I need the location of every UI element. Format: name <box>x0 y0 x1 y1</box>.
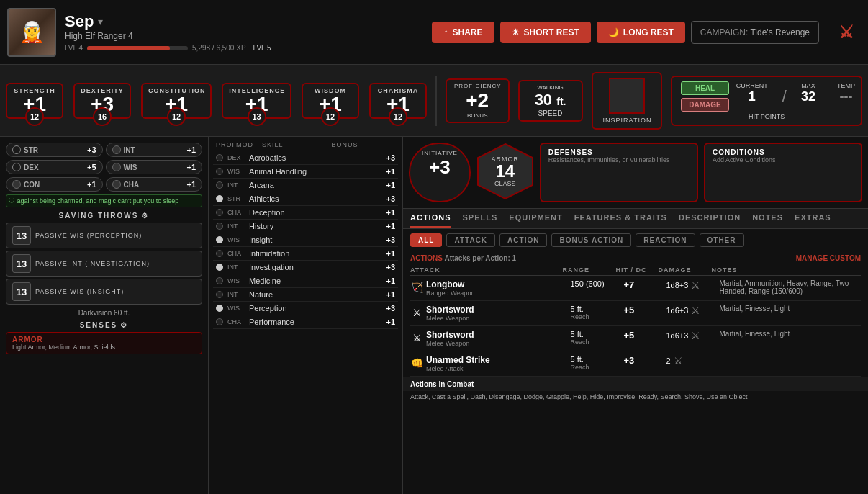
perception-val: 13 <box>12 226 31 245</box>
conditions-add[interactable]: Add Active Conditions <box>713 156 854 163</box>
sub-tab-other[interactable]: OTHER <box>700 233 744 247</box>
conditions-block[interactable]: CONDITIONS Add Active Conditions <box>704 143 862 202</box>
action-tab-description[interactable]: DESCRIPTION <box>679 213 741 228</box>
combat-actions-text: Attack, Cast a Spell, Dash, Disengage, D… <box>403 391 868 403</box>
constitution-block[interactable]: CONSTITUTION +1 12 <box>141 83 212 119</box>
insight-label: PASSIVE WIS (INSIGHT) <box>35 288 124 295</box>
save-con[interactable]: CON +1 <box>6 177 103 192</box>
actions-in-combat: Actions in Combat <box>403 377 868 391</box>
skill-row[interactable]: INT Nature +1 <box>213 288 398 302</box>
skill-attr: INT <box>227 181 245 189</box>
inspiration-block[interactable]: INSPIRATION <box>592 72 663 130</box>
skill-row[interactable]: WIS Perception +3 <box>213 302 398 315</box>
max-hp: 32 <box>801 89 815 104</box>
strength-block[interactable]: STRENGTH +1 12 <box>6 83 63 119</box>
armor-desc: Light Armor, Medium Armor, Shields <box>12 343 196 351</box>
skill-row[interactable]: WIS Insight +3 <box>213 233 398 247</box>
hp-slash: / <box>782 87 787 106</box>
skill-prof-dot <box>216 250 223 257</box>
skills-list: DEX Acrobatics +3 WIS Animal Handling +1… <box>213 151 398 329</box>
sub-tab-bonus-action[interactable]: BONUS ACTION <box>551 233 631 247</box>
sub-tab-action[interactable]: ACTION <box>499 233 547 247</box>
skill-name: Insight <box>249 235 374 244</box>
xp-text: 5,298 / 6,500 XP <box>192 44 246 52</box>
skill-row[interactable]: CHA Deception +1 <box>213 206 398 220</box>
senses-gear-icon[interactable]: ⚙ <box>120 321 128 329</box>
dexterity-block[interactable]: DEXTERITY +3 16 <box>73 83 131 119</box>
save-str[interactable]: STR +3 <box>6 143 103 157</box>
skill-name: Acrobatics <box>249 153 374 162</box>
senses-title: SENSES ⚙ <box>6 321 202 329</box>
save-cha[interactable]: CHA +1 <box>106 177 203 192</box>
skill-name: Perception <box>249 304 374 313</box>
char-info: Sep ▾ High Elf Ranger 4 LVL 4 5,298 / 6,… <box>65 12 432 52</box>
intelligence-block[interactable]: INTELLIGENCE +1 13 <box>222 83 291 119</box>
skill-row[interactable]: WIS Animal Handling +1 <box>213 165 398 179</box>
action-tab-features---traits[interactable]: FEATURES & TRAITS <box>574 213 667 228</box>
skill-bonus: +1 <box>378 167 395 176</box>
damage-button[interactable]: DAMAGE <box>681 98 728 112</box>
str-score: 12 <box>25 107 44 126</box>
long-rest-button[interactable]: 🌙 LONG REST <box>597 22 685 43</box>
dex-score: 16 <box>93 107 112 126</box>
skills-header: PROF MOD SKILL BONUS <box>213 141 398 148</box>
save-int-val: +1 <box>186 145 196 154</box>
action-tab-actions[interactable]: ACTIONS <box>410 213 451 228</box>
share-button[interactable]: ↑ SHARE <box>432 22 494 43</box>
cha-score: 12 <box>389 107 407 126</box>
save-wis[interactable]: WIS +1 <box>106 160 203 174</box>
save-int[interactable]: INT +1 <box>106 143 203 157</box>
col-range-header: RANGE <box>563 266 613 274</box>
skill-row[interactable]: INT Investigation +3 <box>213 261 398 274</box>
weapon-row-0[interactable]: 🏹 Longbow Ranged Weapon 150 (600) +7 1d8… <box>410 276 861 301</box>
weapons-list: 🏹 Longbow Ranged Weapon 150 (600) +7 1d8… <box>410 276 861 377</box>
lvl-label: LVL 4 <box>65 44 83 52</box>
skill-row[interactable]: CHA Performance +1 <box>213 315 398 329</box>
heal-button[interactable]: HEAL <box>681 81 728 95</box>
skill-prof-dot <box>216 318 223 325</box>
action-tab-spells[interactable]: SPELLS <box>463 213 498 228</box>
actions-panel: ACTIONSSPELLSEQUIPMENTFEATURES & TRAITSD… <box>403 209 868 494</box>
investigation-label: PASSIVE INT (INVESTIGATION) <box>35 260 150 267</box>
weapon-sub: Ranged Weapon <box>426 289 568 297</box>
skill-attr: INT <box>227 291 245 298</box>
action-tab-notes[interactable]: NOTES <box>752 213 783 228</box>
skill-prof-dot <box>216 168 223 175</box>
skill-row[interactable]: CHA Intimidation +1 <box>213 247 398 261</box>
weapon-row-1[interactable]: ⚔ Shortsword Melee Weapon 5 ft. Reach +5… <box>410 301 861 326</box>
skill-row[interactable]: INT History +1 <box>213 220 398 233</box>
passive-investigation: 13 PASSIVE INT (INVESTIGATION) <box>6 251 202 277</box>
inspiration-box[interactable] <box>609 78 645 114</box>
action-tab-extras[interactable]: EXTRAS <box>795 213 831 228</box>
save-dex[interactable]: DEX +5 <box>6 160 103 174</box>
gear-icon[interactable]: ⚙ <box>141 212 149 220</box>
passive-perception: 13 PASSIVE WIS (PERCEPTION) <box>6 223 202 248</box>
skill-row[interactable]: INT Arcana +1 <box>213 179 398 192</box>
weapon-row-3[interactable]: 👊 Unarmed Strike Melee Attack 5 ft. Reac… <box>410 351 861 377</box>
sub-tab-reaction[interactable]: REACTION <box>636 233 695 247</box>
action-tab-equipment[interactable]: EQUIPMENT <box>509 213 562 228</box>
save-str-label: STR <box>24 146 38 154</box>
skill-row[interactable]: WIS Medicine +1 <box>213 274 398 288</box>
wisdom-block[interactable]: WISDOM +1 12 <box>302 83 359 119</box>
charisma-block[interactable]: CHARISMA +1 12 <box>369 83 427 119</box>
col-notes-header: NOTES <box>712 266 862 274</box>
skill-row[interactable]: STR Athletics +3 <box>213 192 398 206</box>
weapon-row-2[interactable]: ⚔ Shortsword Melee Weapon 5 ft. Reach +5… <box>410 326 861 351</box>
col-hit-header: HIT / DC <box>616 266 656 274</box>
attacks-per-action: Attacks per Action: 1 <box>444 254 516 262</box>
sub-tab-attack[interactable]: ATTACK <box>446 233 495 247</box>
perception-label: PASSIVE WIS (PERCEPTION) <box>35 232 142 239</box>
header: 🧝 Sep ▾ High Elf Ranger 4 LVL 4 5,298 / … <box>0 0 868 65</box>
skill-name: Intimidation <box>249 249 374 258</box>
campaign-button[interactable]: CAMPAIGN: Tide's Revenge <box>691 21 819 44</box>
skill-row[interactable]: DEX Acrobatics +3 <box>213 151 398 165</box>
sub-tab-all[interactable]: ALL <box>410 233 442 247</box>
manage-custom-button[interactable]: MANAGE CUSTOM <box>796 254 861 262</box>
investigation-val: 13 <box>12 254 31 273</box>
skill-prof-dot <box>216 195 223 202</box>
main-layout: STR +3 INT +1 DEX +5 WIS +1 <box>0 137 868 494</box>
insight-val: 13 <box>12 282 31 301</box>
skill-bonus: +1 <box>378 249 395 258</box>
short-rest-button[interactable]: ☀ SHORT REST <box>500 22 591 43</box>
